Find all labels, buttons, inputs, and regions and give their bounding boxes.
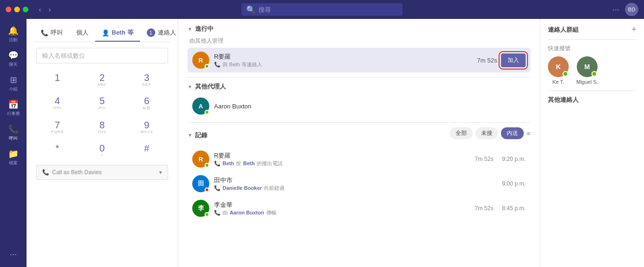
history-section-title: 記錄 — [195, 131, 207, 140]
active-call-sub-text: 與 Beth 等連絡人 — [223, 61, 262, 68]
active-call-sub: 📞 與 Beth 等連絡人 — [214, 61, 472, 68]
titlebar-right: ··· BD — [612, 3, 638, 16]
active-call-duration: 7m 52s — [477, 57, 497, 64]
history-item-0[interactable]: R R要羅 📞 Beth 按 Beth 的撥出電話 7m 52s 9:20 p.… — [188, 147, 530, 171]
contacts-tab-label: 連絡人 — [158, 28, 176, 37]
nav-forward-button[interactable]: › — [46, 5, 54, 14]
history-section-header: ▼ 記錄 — [188, 131, 207, 140]
dial-key-0[interactable]: 0+ — [80, 140, 123, 161]
quick-dial-ket[interactable]: K Ke T. — [548, 56, 569, 85]
tab-beth[interactable]: 👤 Beth 等 — [95, 25, 140, 42]
history-time-1: 9:00 p.m. — [502, 180, 526, 187]
sidebar-item-teams[interactable]: ⊞ 小組 — [2, 72, 25, 95]
avatar-initials: BD — [628, 7, 635, 12]
aaron-status-dot — [205, 110, 209, 115]
add-group-button[interactable]: + — [631, 25, 636, 35]
filter-missed-button[interactable]: 未接 — [475, 127, 498, 139]
search-bar[interactable]: 🔍 — [242, 3, 402, 16]
minimize-button[interactable] — [14, 7, 20, 12]
dial-key-5[interactable]: 5JKL — [80, 92, 123, 115]
tab-contacts[interactable]: 1 連絡人 — [140, 25, 183, 42]
dial-key-star[interactable]: * — [36, 140, 79, 161]
history-filter: 全部 未接 內送 ≡ — [450, 127, 530, 139]
sidebar-item-calendar[interactable]: 📅 行事曆 — [2, 97, 25, 119]
history-chevron-icon[interactable]: ▼ — [188, 133, 192, 138]
chat-icon: 💬 — [8, 50, 18, 61]
history-time-0: 9:20 p.m. — [502, 156, 526, 162]
filter-icon[interactable]: ≡ — [527, 130, 530, 137]
aaron-name: Aaron Buxton — [214, 103, 251, 110]
sidebar-item-files[interactable]: 📁 檔案 — [2, 146, 25, 169]
user-avatar[interactable]: BD — [625, 3, 638, 16]
active-call-item[interactable]: R R要羅 📞 與 Beth 等連絡人 7m 52s 加入 — [188, 48, 530, 72]
tabs-bar: 📞 呼叫 個人 👤 Beth 等 1 連絡人 — [34, 25, 170, 42]
sidebar-label-calls: 呼叫 — [9, 135, 18, 142]
history-duration-0: 7m 52s — [475, 156, 493, 162]
sidebar-item-activity[interactable]: 🔔 活動 — [2, 23, 25, 45]
calls-icon: 📞 — [8, 124, 18, 134]
managed-by-label: 由其他人管理 — [189, 37, 530, 45]
quick-dial-miguels[interactable]: M Miguel S. — [576, 56, 598, 85]
active-section-header: ▼ 進行中 — [188, 25, 530, 33]
dial-key-8[interactable]: 8TUV — [80, 116, 123, 138]
sidebar-label-activity: 活動 — [9, 37, 18, 43]
personal-tab-label: 個人 — [76, 28, 89, 37]
quick-dial-grid: K Ke T. M Miguel S. — [548, 56, 636, 85]
agents-section-header: ▼ 其他代理人 — [188, 82, 530, 91]
sidebar-more-button[interactable]: ··· — [6, 246, 20, 263]
filter-incoming-button[interactable]: 內送 — [501, 127, 524, 139]
nav-back-button[interactable]: ‹ — [36, 5, 44, 14]
dial-key-6[interactable]: 6M否 — [125, 92, 168, 115]
close-button[interactable] — [6, 7, 11, 12]
dial-key-1[interactable]: 1 — [36, 69, 79, 90]
miguels-avatar: M — [577, 56, 598, 77]
miguels-status-dot — [591, 71, 597, 77]
search-icon: 🔍 — [246, 5, 256, 14]
calls-tab-icon: 📞 — [41, 29, 48, 36]
filter-all-button[interactable]: 全部 — [450, 127, 473, 139]
contacts-sidebar: 連絡人群組 + 快速撥號 K Ke T. M — [540, 19, 644, 267]
active-call-name: R要羅 — [214, 53, 472, 61]
maximize-button[interactable] — [23, 7, 28, 12]
tab-personal[interactable]: 個人 — [70, 25, 95, 42]
sidebar-item-calls[interactable]: 📞 呼叫 — [2, 121, 25, 144]
active-chevron-icon[interactable]: ▼ — [188, 27, 192, 32]
calendar-icon: 📅 — [8, 99, 18, 110]
contacts-divider — [548, 39, 636, 40]
history-info-1: 田中市 📞 Danielle Booker 向前錯過 — [214, 176, 489, 192]
app-body: 🔔 活動 💬 聊天 ⊞ 小組 📅 行事曆 📞 呼叫 📁 檔案 ··· — [0, 19, 644, 267]
contacts-group-label: 連絡人群組 — [548, 26, 579, 34]
history-avatar-1: 田 — [192, 175, 209, 192]
history-item-1[interactable]: 田 田中市 📞 Danielle Booker 向前錯過 9:00 p.m. — [188, 171, 530, 196]
ket-name: Ke T. — [553, 79, 564, 85]
call-as-chevron-icon: ▾ — [159, 169, 162, 176]
more-options-button[interactable]: ··· — [612, 5, 619, 15]
agent-item-aaron[interactable]: A Aaron Buxton — [188, 95, 530, 117]
history-duration-2: 7m 52s — [475, 205, 493, 212]
agents-section-title: 其他代理人 — [195, 82, 226, 91]
sidebar-label-calendar: 行事曆 — [7, 111, 20, 117]
dial-key-2[interactable]: 2ABC — [80, 69, 123, 90]
dial-key-3[interactable]: 3DEF — [125, 69, 168, 90]
files-icon: 📁 — [8, 149, 18, 159]
miguels-name: Miguel S. — [576, 79, 598, 85]
agents-chevron-icon[interactable]: ▼ — [188, 84, 192, 89]
join-call-button[interactable]: 加入 — [501, 53, 526, 67]
main-area: 📞 呼叫 個人 👤 Beth 等 1 連絡人 1 — [27, 19, 644, 267]
dial-key-4[interactable]: 4GHI — [36, 92, 79, 115]
phone-input[interactable] — [36, 48, 168, 63]
calls-tab-label: 呼叫 — [51, 28, 63, 37]
tab-calls[interactable]: 📞 呼叫 — [34, 25, 70, 42]
call-as-button[interactable]: 📞 Call as Beth Davies ▾ — [36, 165, 168, 180]
beth-tab-icon: 👤 — [102, 29, 109, 36]
sidebar-label-chat: 聊天 — [9, 62, 18, 68]
search-input[interactable] — [259, 6, 398, 13]
dial-key-7[interactable]: 7PQRS — [36, 116, 79, 138]
active-call-avatar: R — [192, 52, 209, 69]
sidebar-item-chat[interactable]: 💬 聊天 — [2, 47, 25, 70]
dial-key-hash[interactable]: # — [125, 140, 168, 161]
history-item-2[interactable]: 李 李金華 📞 由 Aaron Buxton 傳輸 7m 52s 8:45 p.… — [188, 196, 530, 221]
history-info-2: 李金華 📞 由 Aaron Buxton 傳輸 — [214, 201, 470, 216]
active-call-status-dot — [205, 64, 209, 69]
dial-key-9[interactable]: 9WXYZ — [125, 116, 168, 138]
